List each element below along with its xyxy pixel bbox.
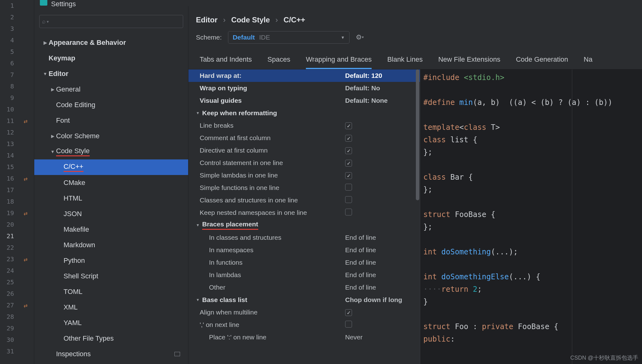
- option-keep-nested-namespaces-in-one-line[interactable]: Keep nested namespaces in one line: [188, 206, 420, 219]
- option-label: Align when multiline: [200, 309, 345, 316]
- tab-new-file-extensions[interactable]: New File Extensions: [438, 55, 500, 69]
- option-hard-wrap-at-[interactable]: Hard wrap at:Default: 120: [188, 69, 420, 82]
- tab-blank-lines[interactable]: Blank Lines: [387, 55, 423, 69]
- option-line-breaks[interactable]: Line breaks: [188, 119, 420, 132]
- tree-node-shell-script[interactable]: Shell Script: [39, 268, 183, 284]
- tree-node-appearance-behavior[interactable]: ▶Appearance & Behavior: [39, 35, 183, 50]
- chevron-right-icon: ▶: [49, 134, 56, 139]
- option-control-statement-in-one-line[interactable]: Control statement in one line: [188, 157, 420, 169]
- option-wrap-on-typing[interactable]: Wrap on typingDefault: No: [188, 82, 420, 94]
- gutter-mark: ⇄: [17, 300, 34, 311]
- line-number: 22: [0, 242, 14, 253]
- checkbox[interactable]: [345, 196, 352, 203]
- tree-node-code-editing[interactable]: Code Editing: [39, 97, 183, 113]
- tree-node-font[interactable]: Font: [39, 113, 183, 128]
- option-base-class-list[interactable]: ▼Base class listChop down if long: [188, 294, 420, 306]
- gutter-mark: [17, 12, 34, 23]
- option-directive-at-first-column[interactable]: Directive at first column: [188, 144, 420, 157]
- checkbox[interactable]: [345, 209, 352, 215]
- option-simple-lambdas-in-one-line[interactable]: Simple lambdas in one line: [188, 169, 420, 182]
- option-in-functions[interactable]: In functionsEnd of line: [188, 256, 420, 269]
- tree-node-yaml[interactable]: YAML: [39, 315, 183, 331]
- checkbox[interactable]: [345, 160, 352, 167]
- scrollbar[interactable]: [416, 69, 419, 200]
- option-other[interactable]: OtherEnd of line: [188, 281, 420, 294]
- line-number: 15: [0, 161, 14, 173]
- tree-node-inspections[interactable]: Inspections: [39, 346, 183, 362]
- chevron-down-icon: ▼: [195, 298, 201, 302]
- option-keep-when-reformatting[interactable]: ▼Keep when reformatting: [188, 107, 420, 119]
- tree-label: Other File Types: [64, 334, 114, 343]
- option-label: Place ':' on new line: [209, 333, 345, 341]
- tab-tabs-and-indents[interactable]: Tabs and Indents: [200, 55, 252, 69]
- tree-node-code-style[interactable]: ▼Code Style: [39, 144, 183, 159]
- breadcrumb-segment: Editor: [196, 16, 217, 24]
- tree-node-other-file-types[interactable]: Other File Types: [39, 331, 183, 346]
- option-comment-at-first-column[interactable]: Comment at first column: [188, 132, 420, 144]
- tree-node-general[interactable]: ▶General: [39, 82, 183, 97]
- settings-search-input[interactable]: ⌕▾: [39, 15, 183, 28]
- option-label: Line breaks: [200, 122, 345, 129]
- tree-node-python[interactable]: Python: [39, 253, 183, 268]
- line-number: 13: [0, 138, 14, 150]
- gutter-mark: [17, 138, 34, 150]
- option-label: In classes and structures: [209, 234, 345, 241]
- line-number: 9: [0, 92, 14, 104]
- option-visual-guides[interactable]: Visual guidesDefault: None: [188, 94, 420, 107]
- option-classes-and-structures-in-one-line[interactable]: Classes and structures in one line: [188, 194, 420, 206]
- tree-node-html[interactable]: HTML: [39, 191, 183, 206]
- option-in-lambdas[interactable]: In lambdasEnd of line: [188, 269, 420, 281]
- line-number: 7: [0, 69, 14, 81]
- line-number: 4: [0, 35, 14, 46]
- option-label: In lambdas: [209, 271, 345, 279]
- checkbox[interactable]: [345, 321, 352, 328]
- gear-icon[interactable]: ⚙▾: [356, 33, 364, 41]
- tree-node-xml[interactable]: XML: [39, 300, 183, 315]
- option-value: Never: [345, 333, 420, 341]
- tree-node-keymap[interactable]: Keymap: [39, 50, 183, 66]
- tree-label: Code Editing: [56, 101, 95, 109]
- option-in-namespaces[interactable]: In namespacesEnd of line: [188, 244, 420, 256]
- tree-label: Keymap: [49, 54, 75, 62]
- tree-node-toml[interactable]: TOML: [39, 284, 183, 300]
- option-place-on-new-line[interactable]: Place ':' on new lineNever: [188, 331, 420, 343]
- tab-spaces[interactable]: Spaces: [268, 55, 290, 69]
- tree-node-cmake[interactable]: CMake: [39, 175, 183, 191]
- checkbox[interactable]: [345, 184, 352, 191]
- option-label: Braces placement: [202, 220, 420, 230]
- checkbox[interactable]: [345, 172, 352, 179]
- line-number: 25: [0, 277, 14, 288]
- option-simple-functions-in-one-line[interactable]: Simple functions in one line: [188, 182, 420, 194]
- option-align-when-multiline[interactable]: Align when multiline: [188, 306, 420, 319]
- tab-na[interactable]: Na: [584, 55, 592, 69]
- tree-node-json[interactable]: JSON: [39, 206, 183, 222]
- tree-label: JSON: [64, 210, 82, 218]
- chevron-down-icon: ▼: [195, 223, 201, 227]
- scheme-select[interactable]: Default IDE ▼: [228, 31, 350, 44]
- search-icon: ⌕: [42, 18, 45, 25]
- tree-node-makefile[interactable]: Makefile: [39, 222, 183, 237]
- checkbox[interactable]: [345, 135, 352, 142]
- option--on-next-line[interactable]: ',' on next line: [188, 319, 420, 331]
- checkbox[interactable]: [345, 309, 352, 316]
- option-label: Directive at first column: [200, 147, 345, 154]
- tree-node-markdown[interactable]: Markdown: [39, 237, 183, 253]
- checkbox[interactable]: [345, 122, 352, 129]
- options-list[interactable]: Hard wrap at:Default: 120Wrap on typingD…: [188, 69, 420, 364]
- line-number: 5: [0, 46, 14, 58]
- gutter-mark: [17, 230, 34, 242]
- editor-marks-gutter: ⇄⇄⇄⇄⇄: [17, 0, 34, 364]
- tab-code-generation[interactable]: Code Generation: [516, 55, 568, 69]
- line-number: 27: [0, 300, 14, 311]
- tree-node-editor[interactable]: ▼Editor: [39, 66, 183, 82]
- gutter-mark: ⇄: [17, 207, 34, 219]
- dialog-titlebar: Settings: [34, 0, 642, 6]
- checkbox[interactable]: [345, 147, 352, 154]
- gutter-mark: [17, 58, 34, 69]
- tab-wrapping-and-braces[interactable]: Wrapping and Braces: [306, 55, 372, 69]
- option-braces-placement[interactable]: ▼Braces placement: [188, 219, 420, 231]
- option-in-classes-and-structures[interactable]: In classes and structuresEnd of line: [188, 231, 420, 244]
- tree-node-c-c-[interactable]: C/C++: [34, 159, 188, 175]
- tree-node-color-scheme[interactable]: ▶Color Scheme: [39, 128, 183, 144]
- gutter-mark: ⇄: [17, 253, 34, 265]
